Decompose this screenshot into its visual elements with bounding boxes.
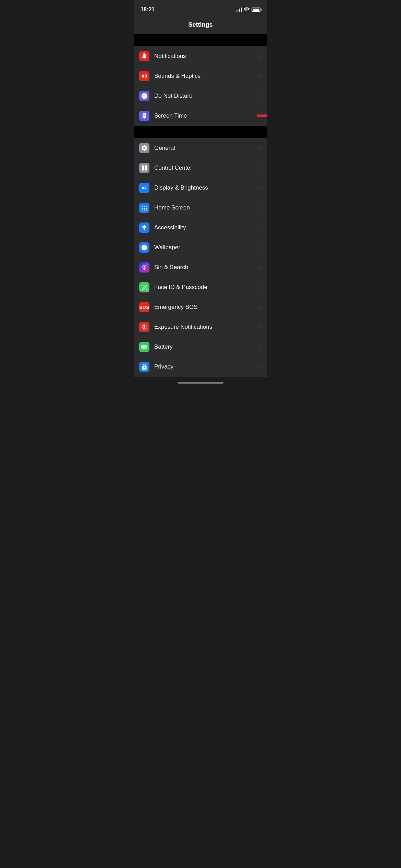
- settings-row-siri[interactable]: Siri & Search ›: [134, 257, 267, 277]
- svg-point-14: [144, 209, 145, 210]
- signal-icon: [236, 8, 242, 12]
- general-label: General: [154, 145, 260, 152]
- svg-point-26: [144, 266, 145, 267]
- exposure-icon: [139, 322, 149, 332]
- general-chevron: ›: [260, 145, 262, 151]
- settings-row-wallpaper[interactable]: Wallpaper ›: [134, 238, 267, 257]
- svg-rect-0: [144, 53, 145, 54]
- faceid-label: Face ID & Passcode: [154, 284, 260, 291]
- display-icon: AA: [139, 183, 149, 193]
- status-icons: [236, 7, 260, 12]
- home-bar: [178, 382, 223, 384]
- svg-point-13: [142, 209, 143, 210]
- homescreen-icon: [139, 203, 149, 213]
- emergency-chevron: ›: [260, 304, 262, 310]
- settings-row-privacy[interactable]: Privacy ›: [134, 357, 267, 377]
- settings-row-accessibility[interactable]: Accessibility ›: [134, 218, 267, 238]
- homescreen-label: Home Screen: [154, 204, 260, 211]
- accessibility-icon: [139, 222, 149, 233]
- svg-rect-2: [142, 166, 144, 168]
- siri-chevron: ›: [260, 265, 262, 270]
- settings-section-2: General › Control Center › AA Display & …: [134, 138, 267, 377]
- settings-row-exposure[interactable]: Exposure Notifications ›: [134, 317, 267, 337]
- homescreen-chevron: ›: [260, 205, 262, 210]
- svg-point-30: [144, 327, 145, 327]
- sos-text: SOS: [139, 305, 149, 310]
- section-gap-1: [134, 34, 267, 46]
- settings-row-screentime[interactable]: Screen Time ›: [134, 106, 267, 126]
- wallpaper-icon: [139, 242, 149, 253]
- exposure-label: Exposure Notifications: [154, 324, 260, 330]
- settings-row-donotdisturb[interactable]: Do Not Disturb ›: [134, 86, 267, 106]
- status-bar: 18:21: [134, 0, 267, 17]
- wallpaper-label: Wallpaper: [154, 244, 260, 251]
- notifications-icon: [139, 51, 149, 61]
- privacy-label: Privacy: [154, 363, 260, 370]
- notifications-label: Notifications: [154, 53, 260, 60]
- svg-rect-32: [147, 346, 147, 347]
- status-time: 18:21: [141, 7, 155, 13]
- home-indicator: [134, 377, 267, 388]
- battery-chevron: ›: [260, 344, 262, 350]
- settings-section-1: Notifications › Sounds & Haptics ›: [134, 46, 267, 126]
- settings-row-notifications[interactable]: Notifications ›: [134, 46, 267, 66]
- general-icon: [139, 143, 149, 153]
- sounds-icon: [139, 71, 149, 81]
- screentime-icon: [139, 111, 149, 121]
- settings-row-controlcenter[interactable]: Control Center ›: [134, 158, 267, 178]
- svg-rect-3: [145, 166, 147, 168]
- svg-point-11: [144, 208, 145, 209]
- donotdisturb-icon: [139, 91, 149, 101]
- battery-row-icon: [139, 342, 149, 352]
- battery-icon: [252, 8, 260, 12]
- svg-rect-4: [142, 168, 144, 171]
- svg-point-12: [146, 208, 147, 209]
- svg-point-8: [144, 206, 145, 207]
- page-title: Settings: [188, 21, 212, 28]
- display-chevron: ›: [260, 185, 262, 191]
- emergency-icon: SOS: [139, 302, 149, 312]
- donotdisturb-label: Do Not Disturb: [154, 93, 260, 99]
- screentime-label: Screen Time: [154, 112, 260, 119]
- sounds-chevron: ›: [260, 73, 262, 79]
- siri-icon: [139, 262, 149, 273]
- controlcenter-chevron: ›: [260, 165, 262, 171]
- exposure-chevron: ›: [260, 324, 262, 330]
- accessibility-label: Accessibility: [154, 224, 260, 231]
- siri-label: Siri & Search: [154, 264, 260, 271]
- section-gap-2: [134, 126, 267, 138]
- privacy-icon: [139, 362, 149, 372]
- display-label: Display & Brightness: [154, 184, 260, 191]
- donotdisturb-chevron: ›: [260, 93, 262, 99]
- svg-point-7: [142, 206, 143, 207]
- faceid-icon: [139, 282, 149, 292]
- svg-point-10: [142, 208, 143, 209]
- svg-text:AA: AA: [142, 186, 147, 190]
- settings-row-homescreen[interactable]: Home Screen ›: [134, 198, 267, 218]
- wifi-icon: [244, 7, 250, 12]
- settings-row-display[interactable]: AA Display & Brightness ›: [134, 178, 267, 198]
- faceid-chevron: ›: [260, 285, 262, 290]
- svg-rect-33: [142, 346, 145, 348]
- controlcenter-icon: [139, 163, 149, 173]
- emergency-label: Emergency SOS: [154, 304, 260, 311]
- wallpaper-chevron: ›: [260, 245, 262, 250]
- settings-row-sounds[interactable]: Sounds & Haptics ›: [134, 66, 267, 86]
- battery-label: Battery: [154, 343, 260, 350]
- svg-point-9: [146, 206, 147, 207]
- screentime-chevron: ›: [260, 113, 262, 119]
- settings-row-faceid[interactable]: Face ID & Passcode ›: [134, 277, 267, 297]
- sounds-label: Sounds & Haptics: [154, 73, 260, 80]
- controlcenter-label: Control Center: [154, 165, 260, 171]
- settings-row-general[interactable]: General ›: [134, 138, 267, 158]
- svg-point-15: [146, 209, 147, 210]
- nav-header: Settings: [134, 17, 267, 34]
- privacy-chevron: ›: [260, 364, 262, 370]
- accessibility-chevron: ›: [260, 225, 262, 230]
- svg-rect-5: [145, 168, 147, 171]
- settings-row-emergency[interactable]: SOS Emergency SOS ›: [134, 297, 267, 317]
- notifications-chevron: ›: [260, 53, 262, 59]
- settings-row-battery[interactable]: Battery ›: [134, 337, 267, 357]
